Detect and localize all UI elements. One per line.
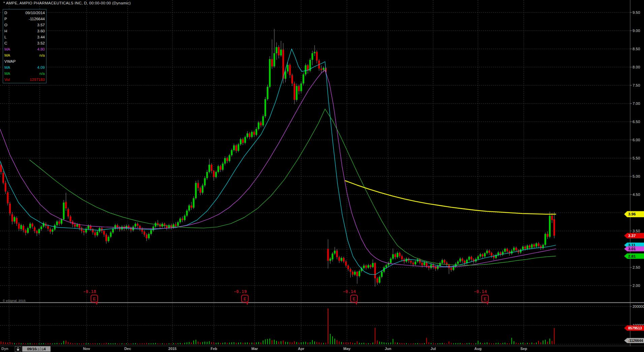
volume-bar: [424, 343, 425, 344]
quote-row-value: 3.44: [37, 34, 45, 40]
volume-bar: [281, 341, 281, 344]
quote-row-label: VWAP: [4, 58, 15, 64]
volume-bar: [209, 341, 210, 344]
volume-bar: [310, 342, 311, 344]
volume-bar: [496, 343, 496, 344]
volume-bar: [243, 343, 243, 344]
volume-bar: [482, 343, 483, 344]
candle: [309, 58, 311, 72]
volume-bar: [549, 339, 550, 344]
month-label-aug: Aug: [474, 347, 481, 351]
quote-row-label: Vol: [4, 77, 10, 83]
quote-row: MA4.80: [3, 46, 46, 52]
volume-bar: [442, 343, 443, 344]
volume-bar: [357, 341, 357, 344]
volume-bar: [314, 342, 315, 344]
volume-bar: [355, 343, 355, 344]
volume-bar: [164, 344, 165, 344]
volume-bar: [413, 343, 414, 344]
volume-bar: [305, 342, 306, 344]
volume-bar: [296, 342, 297, 344]
volume-bar: [196, 340, 196, 344]
dyn-mode-label[interactable]: Dyn: [1, 347, 8, 351]
volume-bar: [522, 343, 523, 344]
volume-bar: [23, 343, 24, 344]
quote-row: MAn/a: [3, 52, 46, 58]
volume-bar: [321, 343, 322, 344]
volume-bar: [325, 343, 326, 344]
volume-bar: [238, 343, 239, 344]
price-tick-label: 5.50: [633, 156, 640, 160]
volume-bar: [503, 343, 503, 344]
volume-bar: [366, 343, 366, 344]
esignal-chart-window: -0.18E-0.19E-0.14E-0.14E9.509.008.508.00…: [0, 0, 644, 352]
volume-bar: [545, 340, 546, 344]
price-tag-value: 2.81: [628, 254, 636, 258]
volume-bar: [411, 344, 411, 344]
volume-bar: [119, 344, 120, 344]
volume-bar: [471, 343, 472, 344]
quote-panel[interactable]: D09/10/2014P-1126644O3.57H3.60L3.44C3.52…: [3, 9, 46, 83]
price-tag-value: 8579513: [628, 326, 642, 330]
price-tick-label: 3.50: [633, 229, 640, 233]
volume-bar: [108, 343, 109, 344]
month-label-nov: Nov: [83, 347, 90, 351]
volume-bar: [352, 343, 353, 344]
volume-bar: [59, 343, 60, 344]
volume-bar: [180, 343, 181, 344]
volume-bar: [97, 344, 98, 344]
volume-bar: [368, 343, 369, 344]
volume-bar: [7, 343, 8, 344]
volume-bar: [43, 343, 44, 344]
volume-bar: [317, 342, 317, 344]
volume-bar: [511, 338, 512, 344]
lock-icon[interactable]: [15, 346, 21, 352]
price-tag-value: -1126644: [628, 339, 643, 343]
volume-bar: [285, 342, 286, 344]
volume-bar: [350, 342, 351, 344]
volume-bar: [17, 343, 17, 344]
candle: [269, 56, 271, 88]
volume-bar: [122, 343, 122, 344]
quote-row: D09/10/2014: [3, 10, 46, 16]
quote-row-value: -1126644: [29, 16, 45, 22]
quote-row-label: D: [4, 10, 7, 16]
volume-bar: [491, 343, 492, 344]
volume-bar: [460, 343, 460, 344]
candle: [262, 114, 264, 127]
volume-bar: [484, 343, 485, 344]
volume-bar: [55, 343, 55, 344]
volume-bar: [93, 343, 93, 344]
quote-row: O3.57: [3, 22, 46, 28]
quote-row-value: 3.52: [37, 40, 45, 46]
volume-bar: [334, 339, 335, 344]
candlestick-chart[interactable]: -0.18E-0.19E-0.14E-0.14E9.509.008.508.00…: [0, 0, 644, 352]
price-tag: 3.01: [624, 246, 644, 251]
volume-bar: [240, 342, 241, 344]
volume-bar: [453, 343, 454, 344]
volume-bar: [554, 328, 555, 344]
volume-bar: [283, 341, 284, 344]
earnings-e-letter: E: [353, 296, 356, 301]
bottom-toolbar: Dyn 09/10/2014 OctNovDec2015FebMarAprMay…: [0, 346, 644, 352]
month-label-feb: Feb: [211, 347, 217, 351]
volume-bar: [438, 343, 438, 344]
earnings-value: -0.18: [83, 289, 96, 294]
volume-bar: [63, 341, 64, 344]
volume-bar: [128, 344, 129, 344]
price-tick-label: 6.50: [633, 120, 640, 124]
month-label-jun: Jun: [385, 347, 391, 351]
volume-bar: [200, 342, 201, 344]
volume-bar: [332, 336, 333, 344]
volume-bar: [137, 344, 138, 344]
volume-bar: [480, 343, 481, 344]
volume-bar: [173, 343, 174, 344]
volume-bar: [50, 343, 51, 344]
volume-bar: [525, 343, 525, 344]
price-tag: 8579513: [624, 325, 644, 331]
volume-bar: [444, 343, 445, 344]
volume-bar: [57, 343, 57, 344]
volume-bar: [79, 343, 80, 344]
candle: [305, 63, 307, 76]
volume-bar: [308, 343, 308, 344]
